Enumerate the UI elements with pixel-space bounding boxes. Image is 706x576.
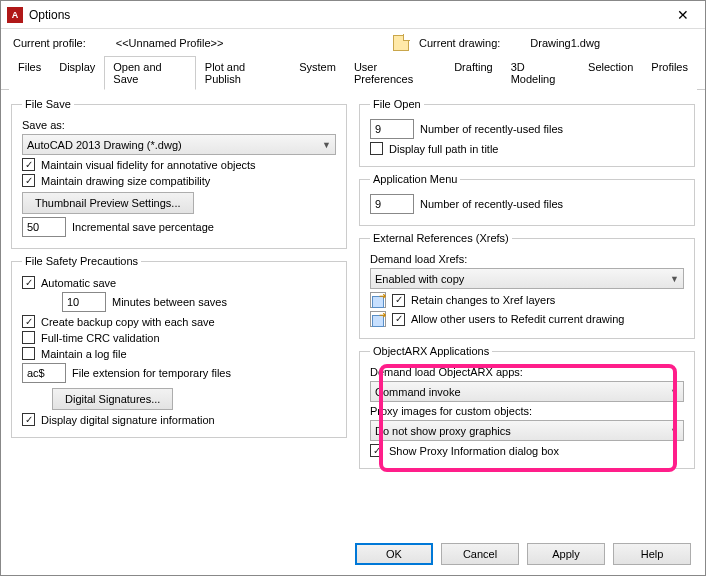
demand-load-xrefs-value: Enabled with copy [375,273,464,285]
current-drawing-label: Current drawing: [419,37,500,49]
legend-xrefs: External References (Xrefs) [370,232,512,244]
check-display-sig[interactable] [22,413,35,426]
tab-display[interactable]: Display [50,56,104,90]
label-display-sig: Display digital signature information [41,414,215,426]
window-title: Options [29,8,663,22]
digital-signatures-button[interactable]: Digital Signatures... [52,388,173,410]
demand-load-xrefs-label: Demand load Xrefs: [370,253,467,265]
thumbnail-settings-button[interactable]: Thumbnail Preview Settings... [22,192,194,214]
label-maintain-visual: Maintain visual fidelity for annotative … [41,159,256,171]
legend-file-open: File Open [370,98,424,110]
help-button[interactable]: Help [613,543,691,565]
group-file-save: File Save Save as: AutoCAD 2013 Drawing … [11,98,347,249]
tab-system[interactable]: System [290,56,345,90]
legend-app-menu: Application Menu [370,173,460,185]
apply-button[interactable]: Apply [527,543,605,565]
group-xrefs: External References (Xrefs) Demand load … [359,232,695,339]
check-crc[interactable] [22,331,35,344]
current-profile-value: <<Unnamed Profile>> [116,37,224,49]
check-maintain-visual[interactable] [22,158,35,171]
check-backup-copy[interactable] [22,315,35,328]
label-backup-copy: Create backup copy with each save [41,316,215,328]
label-allow-refedit: Allow other users to Refedit current dra… [411,313,624,325]
tab-3d-modeling[interactable]: 3D Modeling [502,56,579,90]
check-full-path[interactable] [370,142,383,155]
chevron-down-icon: ▼ [670,274,679,284]
check-allow-refedit[interactable] [392,313,405,326]
temp-ext-label: File extension for temporary files [72,367,231,379]
group-objectarx: ObjectARX Applications Demand load Objec… [359,345,695,469]
appmenu-recent-label: Number of recently-used files [420,198,563,210]
temp-ext-input[interactable]: ac$ [22,363,66,383]
legend-file-save: File Save [22,98,74,110]
chevron-down-icon: ▼ [670,387,679,397]
close-icon[interactable]: ✕ [663,2,703,28]
save-as-value: AutoCAD 2013 Drawing (*.dwg) [27,139,182,151]
label-log-file: Maintain a log file [41,348,127,360]
tab-plot-and-publish[interactable]: Plot and Publish [196,56,290,90]
xref-refedit-icon [370,311,386,327]
demand-load-arx-label: Demand load ObjectARX apps: [370,366,523,378]
legend-objectarx: ObjectARX Applications [370,345,492,357]
dialog-footer: OK Cancel Apply Help [1,533,705,575]
proxy-images-label: Proxy images for custom objects: [370,405,532,417]
chevron-down-icon: ▼ [322,140,331,150]
profile-right: Current drawing: Drawing1.dwg [393,35,600,51]
check-retain-xref-layers[interactable] [392,294,405,307]
recent-files-input[interactable]: 9 [370,119,414,139]
legend-file-safety: File Safety Precautions [22,255,141,267]
check-auto-save[interactable] [22,276,35,289]
proxy-images-combo[interactable]: Do not show proxy graphics ▼ [370,420,684,441]
incremental-save-input[interactable]: 50 [22,217,66,237]
profile-row: Current profile: <<Unnamed Profile>> Cur… [1,29,705,53]
appmenu-recent-input[interactable]: 9 [370,194,414,214]
save-as-combo[interactable]: AutoCAD 2013 Drawing (*.dwg) ▼ [22,134,336,155]
tab-strip: Files Display Open and Save Plot and Pub… [1,55,705,90]
group-file-open: File Open 9 Number of recently-used file… [359,98,695,167]
demand-load-arx-value: Command invoke [375,386,461,398]
cancel-button[interactable]: Cancel [441,543,519,565]
check-maintain-size[interactable] [22,174,35,187]
group-app-menu: Application Menu 9 Number of recently-us… [359,173,695,226]
check-log-file[interactable] [22,347,35,360]
minutes-input[interactable]: 10 [62,292,106,312]
tab-profiles[interactable]: Profiles [642,56,697,90]
tab-body: File Save Save as: AutoCAD 2013 Drawing … [1,90,705,550]
left-column: File Save Save as: AutoCAD 2013 Drawing … [11,98,347,548]
minutes-label: Minutes between saves [112,296,227,308]
options-dialog: A Options ✕ Current profile: <<Unnamed P… [0,0,706,576]
app-icon: A [7,7,23,23]
label-retain-xref-layers: Retain changes to Xref layers [411,294,555,306]
tab-drafting[interactable]: Drafting [445,56,502,90]
current-drawing-value: Drawing1.dwg [530,37,600,49]
label-full-path: Display full path in title [389,143,498,155]
right-column: File Open 9 Number of recently-used file… [359,98,695,548]
xref-layers-icon [370,292,386,308]
label-crc: Full-time CRC validation [41,332,160,344]
label-show-proxy-info: Show Proxy Information dialog box [389,445,559,457]
titlebar: A Options ✕ [1,1,705,29]
demand-load-xrefs-combo[interactable]: Enabled with copy ▼ [370,268,684,289]
profile-left: Current profile: <<Unnamed Profile>> [13,37,353,49]
chevron-down-icon: ▼ [670,426,679,436]
tab-user-preferences[interactable]: User Preferences [345,56,445,90]
proxy-images-value: Do not show proxy graphics [375,425,511,437]
current-profile-label: Current profile: [13,37,86,49]
label-auto-save: Automatic save [41,277,116,289]
tab-open-and-save[interactable]: Open and Save [104,56,195,90]
ok-button[interactable]: OK [355,543,433,565]
demand-load-arx-combo[interactable]: Command invoke ▼ [370,381,684,402]
drawing-icon [393,35,409,51]
save-as-label: Save as: [22,119,65,131]
label-maintain-size: Maintain drawing size compatibility [41,175,210,187]
tab-selection[interactable]: Selection [579,56,642,90]
group-file-safety: File Safety Precautions Automatic save 1… [11,255,347,438]
tab-files[interactable]: Files [9,56,50,90]
check-show-proxy-info[interactable] [370,444,383,457]
incremental-save-label: Incremental save percentage [72,221,214,233]
recent-files-label: Number of recently-used files [420,123,563,135]
